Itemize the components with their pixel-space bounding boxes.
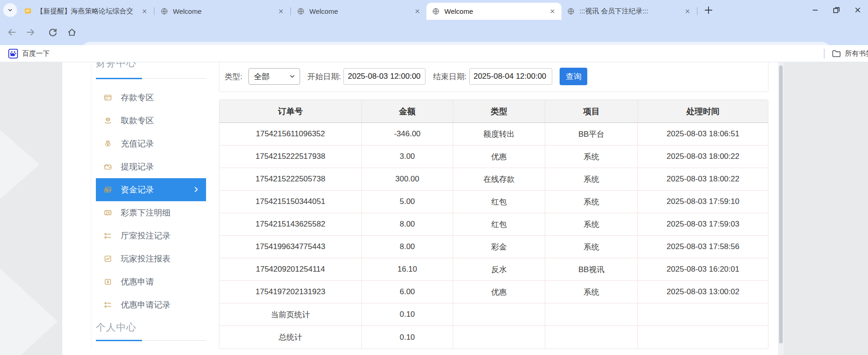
end-date-input[interactable] bbox=[469, 68, 552, 85]
page-viewport: 财务中心 存款专区取款专区充值记录提现记录资金记录彩票下注明细厅室投注记录玩家投… bbox=[0, 62, 868, 355]
browser-tab[interactable]: Welcome bbox=[291, 3, 426, 20]
sidebar-item-label: 优惠申请记录 bbox=[121, 299, 171, 310]
restore-button[interactable] bbox=[826, 0, 847, 20]
tab-close-icon[interactable] bbox=[683, 7, 692, 16]
table-cell: 1754209201254114 bbox=[219, 258, 362, 280]
reload-button[interactable] bbox=[44, 24, 61, 41]
table-cell: 8.00 bbox=[362, 236, 453, 258]
sidebar-item-withdraw-hand-1[interactable]: 取款专区 bbox=[96, 109, 206, 132]
scrollbar-thumb[interactable] bbox=[779, 65, 783, 343]
sidebar-item-label: 资金记录 bbox=[121, 184, 154, 195]
table-cell: BB视讯 bbox=[545, 258, 638, 280]
start-date-label: 开始日期: bbox=[307, 71, 341, 82]
table-cell: 0.10 bbox=[362, 303, 453, 326]
browser-tab[interactable]: Welcome bbox=[426, 3, 561, 20]
table-cell: 1754215143625582 bbox=[219, 213, 362, 235]
table-row: 17542151503440515.00红包系统2025-08-03 17:59… bbox=[219, 191, 768, 213]
tab-title: Welcome bbox=[444, 7, 544, 15]
back-button[interactable] bbox=[4, 24, 20, 41]
records-table: 订单号金额类型项目处理时间1754215611096352-346.00额度转出… bbox=[219, 99, 768, 349]
minimize-icon bbox=[811, 6, 820, 14]
tab-close-icon[interactable] bbox=[548, 7, 557, 16]
type-label: 类型: bbox=[224, 71, 242, 82]
browser-tab[interactable]: :::视讯 会员下注纪录::: bbox=[561, 3, 697, 20]
money-bag-icon bbox=[104, 140, 112, 148]
list-icon bbox=[104, 301, 112, 309]
table-cell: 系统 bbox=[545, 281, 638, 303]
tab-close-icon[interactable] bbox=[277, 7, 285, 16]
sidebar-item-funds-4[interactable]: 资金记录 bbox=[96, 178, 206, 201]
sidebar-item-label: 玩家投注报表 bbox=[121, 253, 171, 264]
sidebar-item-deposit-card-0[interactable]: 存款专区 bbox=[96, 86, 206, 109]
background-triangle bbox=[0, 130, 40, 199]
start-date-input[interactable] bbox=[343, 68, 425, 85]
forum-icon bbox=[24, 7, 32, 15]
sidebar-item-label: 彩票下注明细 bbox=[121, 207, 171, 218]
close-icon bbox=[853, 6, 862, 14]
table-cell: 2025-08-03 13:00:02 bbox=[638, 281, 768, 303]
table-cell: 1754215611096352 bbox=[219, 123, 362, 145]
section-underline bbox=[96, 78, 206, 79]
table-cell: 3.00 bbox=[362, 145, 453, 168]
end-date-label: 结束日期: bbox=[433, 71, 466, 82]
sidebar-item-gift-8[interactable]: 优惠申请 bbox=[96, 270, 206, 293]
tab-close-icon[interactable] bbox=[413, 7, 422, 16]
table-cell: 2025-08-03 18:00:22 bbox=[638, 168, 768, 190]
table-header-row: 订单号金额类型项目处理时间 bbox=[219, 100, 768, 123]
sidebar-item-report-7[interactable]: 玩家投注报表 bbox=[96, 247, 206, 270]
search-button[interactable]: 查询 bbox=[560, 68, 587, 85]
all-bookmarks-label: 所有书签 bbox=[845, 49, 868, 58]
background-triangle bbox=[0, 268, 58, 355]
table-row: 17541972021319236.00优惠系统2025-08-03 13:00… bbox=[219, 281, 768, 303]
home-button[interactable] bbox=[64, 24, 80, 41]
table-cell bbox=[638, 303, 768, 326]
table-cell: 系统 bbox=[545, 191, 638, 213]
sidebar-item-ticket-5[interactable]: 彩票下注明细 bbox=[96, 201, 206, 224]
table-header-cell: 金额 bbox=[362, 100, 453, 122]
sidebar-item-list-6[interactable]: 厅室投注记录 bbox=[96, 224, 206, 247]
table-cell: 2025-08-03 17:58:56 bbox=[638, 236, 768, 258]
all-bookmarks-button[interactable]: 所有书签 bbox=[832, 47, 868, 60]
table-cell: 优惠 bbox=[453, 145, 545, 168]
report-icon bbox=[104, 255, 112, 263]
table-row: 175420920125411416.10反水BB视讯2025-08-03 16… bbox=[219, 258, 768, 281]
globe-icon bbox=[432, 7, 440, 15]
baidu-paw-icon bbox=[8, 49, 18, 58]
forward-button[interactable] bbox=[22, 24, 39, 41]
sidebar-item-label: 取款专区 bbox=[121, 115, 154, 126]
browser-tab[interactable]: Welcome bbox=[155, 3, 290, 20]
minimize-button[interactable] bbox=[804, 0, 826, 20]
table-cell: 16.10 bbox=[362, 258, 453, 280]
sidebar-item-list-9[interactable]: 优惠申请记录 bbox=[96, 293, 206, 316]
table-cell bbox=[453, 326, 545, 349]
table-cell: 系统 bbox=[545, 213, 638, 235]
bookmark-label: 百度一下 bbox=[22, 49, 50, 58]
new-tab-button[interactable] bbox=[703, 4, 714, 16]
deposit-card-icon bbox=[104, 93, 112, 102]
table-cell: 8.00 bbox=[362, 213, 453, 235]
table-cell: BB平台 bbox=[545, 123, 638, 145]
table-cell: 系统 bbox=[545, 145, 638, 168]
forward-icon bbox=[25, 27, 35, 37]
browser-tab[interactable]: 【新提醒】海燕策略论坛综合交 bbox=[18, 3, 154, 20]
tab-search-button[interactable] bbox=[3, 3, 17, 17]
table-cell: 系统 bbox=[545, 168, 638, 190]
sidebar-item-money-bag-2[interactable]: 充值记录 bbox=[96, 132, 206, 155]
table-row: 1754215222505738300.00在线存款系统2025-08-03 1… bbox=[219, 168, 768, 191]
globe-icon bbox=[567, 7, 575, 15]
globe-icon bbox=[160, 7, 168, 15]
reload-icon bbox=[48, 28, 58, 37]
sidebar-item-wallet-3[interactable]: 提现记录 bbox=[96, 155, 206, 178]
table-row: 1754215611096352-346.00额度转出BB平台2025-08-0… bbox=[219, 123, 768, 145]
table-cell bbox=[545, 303, 638, 326]
table-cell: 额度转出 bbox=[453, 123, 545, 145]
table-cell bbox=[453, 303, 545, 326]
wallet-icon bbox=[104, 163, 112, 171]
table-cell: 优惠 bbox=[453, 281, 545, 303]
bookmark-baidu[interactable]: 百度一下 bbox=[6, 47, 53, 60]
sidebar-item-label: 存款专区 bbox=[121, 92, 154, 103]
table-cell: 5.00 bbox=[362, 191, 453, 213]
close-window-button[interactable] bbox=[847, 0, 868, 20]
type-select[interactable]: 全部 bbox=[248, 68, 300, 85]
tab-close-icon[interactable] bbox=[140, 7, 149, 16]
